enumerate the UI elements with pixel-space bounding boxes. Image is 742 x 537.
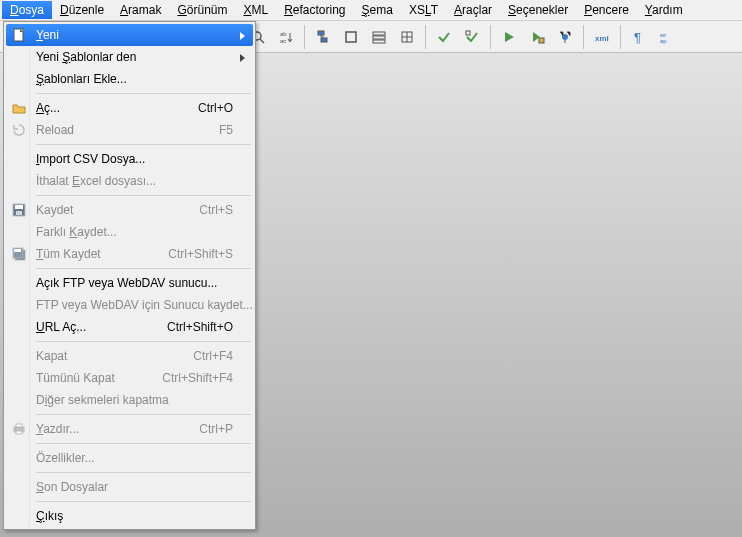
xml-icon: xml [594, 29, 610, 45]
new-file-icon [10, 26, 28, 44]
run-config-button[interactable] [525, 25, 549, 49]
tree-button[interactable] [311, 25, 335, 49]
box-icon [343, 29, 359, 45]
menu-item-shortcut: Ctrl+Shift+O [167, 320, 233, 334]
menu-item-label: Tümünü Kapat [36, 371, 162, 385]
tree-icon [315, 29, 331, 45]
menu-yardım[interactable]: Yardım [637, 1, 691, 19]
menu-item-label: Çıkış [36, 509, 233, 523]
menu-item-label: FTP veya WebDAV için Sunucu kaydet... [36, 298, 253, 312]
menu-şema[interactable]: Şema [354, 1, 401, 19]
menu-item-shortcut: Ctrl+Shift+S [168, 247, 233, 261]
menu-item-label: Yeni Şablonlar den [36, 50, 233, 64]
svg-text:ab: ab [280, 31, 287, 37]
menu-item-t-m-n-kapat: Tümünü KapatCtrl+Shift+F4 [6, 367, 253, 389]
menu-item-t-m-kaydet: Tüm KaydetCtrl+Shift+S [6, 243, 253, 265]
run-icon [501, 29, 517, 45]
menu-düzenle[interactable]: Düzenle [52, 1, 112, 19]
svg-rect-31 [16, 211, 22, 215]
menu-item-di-er-sekmeleri-kapatma: Diğer sekmeleri kapatma [6, 389, 253, 411]
menu-item-kapat: KapatCtrl+F4 [6, 345, 253, 367]
grid-icon [399, 29, 415, 45]
menu-item-farkl-kaydet: Farklı Kaydet... [6, 221, 253, 243]
validate-button[interactable] [432, 25, 456, 49]
replace-icon: abac [278, 29, 294, 45]
save-icon [10, 201, 28, 219]
menu-araçlar[interactable]: Araçlar [446, 1, 500, 19]
grid-button[interactable] [395, 25, 419, 49]
svg-rect-34 [14, 249, 21, 252]
menu-separator [34, 265, 253, 272]
menu-görünüm[interactable]: Görünüm [169, 1, 235, 19]
menu-item--ablonlar-ekle[interactable]: Şablonları Ekle... [6, 68, 253, 90]
menu-item-shortcut: Ctrl+Shift+F4 [162, 371, 233, 385]
debug-icon [557, 29, 573, 45]
menu-item-label: URL Aç... [36, 320, 167, 334]
menu-separator [34, 90, 253, 97]
toolbar-separator [425, 25, 426, 49]
menu-item-yeni-ablonlar-den[interactable]: Yeni Şablonlar den [6, 46, 253, 68]
menu-item-ftp-veya-webdav-i-in-sunucu-kaydet: FTP veya WebDAV için Sunucu kaydet... [6, 294, 253, 316]
menu-item-label: Şablonları Ekle... [36, 72, 233, 86]
menu-separator [34, 498, 253, 505]
menu-separator [34, 411, 253, 418]
menu-item-label: İthalat Excel dosyası... [36, 174, 233, 188]
menu-item--zellikler: Özellikler... [6, 447, 253, 469]
menu-item-reload: ReloadF5 [6, 119, 253, 141]
menu-item-label: Tüm Kaydet [36, 247, 168, 261]
box-button[interactable] [339, 25, 363, 49]
svg-rect-22 [539, 38, 544, 43]
save-all-icon [10, 245, 28, 263]
run-button[interactable] [497, 25, 521, 49]
pilcrow-button[interactable]: ¶ [627, 25, 651, 49]
menu-separator [34, 469, 253, 476]
menu-pencere[interactable]: Pencere [576, 1, 637, 19]
replace-button[interactable]: abac [274, 25, 298, 49]
menu-aramak[interactable]: Aramak [112, 1, 169, 19]
svg-text:ac: ac [280, 38, 286, 44]
wrap-button[interactable]: wrap [655, 25, 679, 49]
menu-item-yeni[interactable]: Yeni [6, 24, 253, 46]
debug-button[interactable] [553, 25, 577, 49]
menu-separator [34, 440, 253, 447]
menu-item-shortcut: Ctrl+S [199, 203, 233, 217]
menu-refactoring[interactable]: Refactoring [276, 1, 353, 19]
menu-seçenekler[interactable]: Seçenekler [500, 1, 576, 19]
validate-schema-icon [464, 29, 480, 45]
reload-icon [10, 121, 28, 139]
menu-item-a-k-ftp-veya-webdav-sunucu[interactable]: Açık FTP veya WebDAV sunucu... [6, 272, 253, 294]
menu-item-import-csv-dosya[interactable]: Import CSV Dosya... [6, 148, 253, 170]
stack-icon [371, 29, 387, 45]
svg-text:xml: xml [595, 34, 609, 43]
chevron-right-icon [239, 52, 247, 66]
svg-rect-15 [321, 38, 327, 42]
toolbar-separator [304, 25, 305, 49]
validate-icon [436, 29, 452, 45]
menu-item-label: Özellikler... [36, 451, 233, 465]
validate-schema-button[interactable] [460, 25, 484, 49]
toolbar-separator [583, 25, 584, 49]
open-folder-icon [10, 99, 28, 117]
menu-item-a-[interactable]: Aç...Ctrl+O [6, 97, 253, 119]
menu-xslt[interactable]: XSLT [401, 1, 446, 19]
run-config-icon [529, 29, 545, 45]
menu-item--k-[interactable]: Çıkış [6, 505, 253, 527]
menu-item-label: Diğer sekmeleri kapatma [36, 393, 233, 407]
stack-button[interactable] [367, 25, 391, 49]
menu-dosya[interactable]: Dosya [2, 1, 52, 19]
menu-item-label: Reload [36, 123, 219, 137]
menu-item-son-dosyalar: Son Dosyalar [6, 476, 253, 498]
menu-item-url-a-[interactable]: URL Aç...Ctrl+Shift+O [6, 316, 253, 338]
file-menu-dropdown: YeniYeni Şablonlar denŞablonları Ekle...… [3, 21, 256, 530]
menu-item-shortcut: Ctrl+F4 [193, 349, 233, 363]
menu-separator [34, 338, 253, 345]
menu-xml[interactable]: XML [235, 1, 276, 19]
toolbar-separator [620, 25, 621, 49]
svg-rect-37 [16, 431, 22, 434]
xml-view-button[interactable]: xml [590, 25, 614, 49]
pilcrow-icon: ¶ [631, 29, 647, 45]
svg-text:¶: ¶ [634, 30, 641, 45]
svg-rect-18 [373, 36, 385, 39]
menu-item-label: Açık FTP veya WebDAV sunucu... [36, 276, 233, 290]
wrap-icon: wrap [659, 29, 675, 45]
